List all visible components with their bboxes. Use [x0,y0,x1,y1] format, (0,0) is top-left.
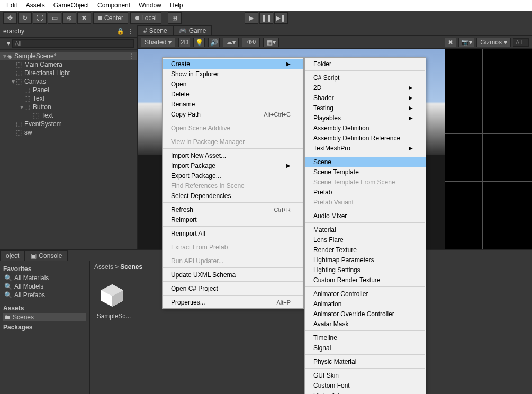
breadcrumb-root[interactable]: Assets [94,263,113,271]
hierarchy-search-input[interactable] [12,39,134,48]
menu-item[interactable]: Animation [305,299,426,309]
grid-toggle[interactable]: ▦▾ [263,38,279,47]
menu-item[interactable]: Open [163,79,303,89]
space-toggle[interactable]: Local [130,12,161,24]
menu-item[interactable]: Reimport [163,214,303,225]
menu-item[interactable]: Folder [305,59,426,69]
menu-item[interactable]: Lightmap Parameters [305,255,426,265]
menu-item[interactable]: Show in Explorer [163,69,303,79]
menu-item[interactable]: Render Texture [305,245,426,255]
hierarchy-item[interactable]: ⬚Main Camera [0,60,137,69]
menu-item[interactable]: Testing▶ [305,103,426,113]
menu-item[interactable]: Physic Material [305,356,426,366]
menu-item[interactable]: 2D▶ [305,83,426,93]
fav-all-models[interactable]: 🔍All Models [3,282,86,291]
lock-icon[interactable]: 🔒 [116,28,124,35]
menu-item[interactable]: Timeline [305,333,426,343]
menu-item[interactable]: Shader▶ [305,93,426,103]
menu-item[interactable]: Custom Font [305,380,426,390]
breadcrumb-leaf[interactable]: Scenes [120,263,142,271]
step-button[interactable]: ▶❚ [274,12,288,24]
menu-item[interactable]: Create▶ [163,59,303,69]
add-icon[interactable]: +▾ [3,40,10,47]
scene-row[interactable]: ▾ ◈ SampleScene* ⋮ [0,52,137,60]
audio-toggle[interactable]: 🔊 [208,38,220,47]
hierarchy-item[interactable]: ⬚Text [0,94,137,103]
menu-item[interactable]: Lens Flare [305,235,426,245]
menu-item[interactable]: Select Dependencies [163,191,303,201]
menu-item[interactable]: RefreshCtrl+R [163,204,303,214]
menu-item[interactable]: Animator Override Controller [305,309,426,319]
tools-icon[interactable]: ✖ [445,38,456,47]
menu-item[interactable]: Assembly Definition Reference [305,133,426,143]
hierarchy-item[interactable]: ⬚EventSystem [0,120,137,128]
transform-tool[interactable]: ✖ [77,12,91,24]
scale-tool[interactable]: ▭ [48,12,61,24]
console-tab[interactable]: ▣Console [25,250,68,261]
menu-item[interactable]: UI Toolkit▶ [305,390,426,394]
menu-item[interactable]: Audio Mixer [305,211,426,221]
menu-item[interactable]: Delete [163,89,303,99]
hierarchy-item[interactable]: ⬚Panel [0,86,137,94]
menu-icon[interactable]: ⋮ [128,28,134,35]
scene-search-input[interactable] [513,38,529,47]
menu-item[interactable]: C# Script [305,73,426,83]
packages-label[interactable]: Packages [3,324,86,331]
menu-item[interactable]: TextMeshPro▶ [305,143,426,153]
shading-dropdown[interactable]: Shaded▾ [141,38,175,47]
rotate-tool[interactable]: ⛶ [33,12,47,24]
menu-item[interactable]: Scene [305,157,426,167]
scene-menu-icon[interactable]: ⋮ [129,52,135,60]
fav-all-materials[interactable]: 🔍All Materials [3,274,86,282]
menu-item[interactable]: Update UXML Schema [163,270,303,280]
hierarchy-item[interactable]: ⬚Directional Light [0,69,137,77]
rect-tool[interactable]: ⊕ [62,12,76,24]
menu-window[interactable]: Window [134,1,166,10]
light-toggle[interactable]: 💡 [193,38,205,47]
menu-item[interactable]: Assembly Definition [305,123,426,133]
menu-gameobject[interactable]: GameObject [49,1,93,10]
menu-item[interactable]: Export Package... [163,171,303,181]
menu-item[interactable]: Playables▶ [305,113,426,123]
menu-item[interactable]: GUI Skin [305,370,426,380]
pause-button[interactable]: ❚❚ [259,12,273,24]
scene-tab[interactable]: #Scene [138,25,173,35]
menu-item[interactable]: Rename [163,99,303,109]
hierarchy-item[interactable]: ▾⬚Button [0,103,137,111]
pivot-toggle[interactable]: Center [93,12,128,24]
hierarchy-item[interactable]: ⬚sw [0,128,137,137]
menu-item[interactable]: Material [305,225,426,235]
snap-toggle[interactable]: ⊞ [168,12,182,24]
menu-component[interactable]: Component [93,1,134,10]
hidden-toggle[interactable]: 👁0 [242,38,260,47]
menu-item[interactable]: Reimport All [163,228,303,238]
menu-item[interactable]: Lighting Settings [305,265,426,275]
hand-tool[interactable]: ✥ [3,12,17,24]
camera-icon[interactable]: 📷▾ [458,38,474,47]
gizmos-dropdown[interactable]: Gizmos▾ [476,38,511,47]
menu-assets[interactable]: Assets [22,1,49,10]
fav-all-prefabs[interactable]: 🔍All Prefabs [3,291,86,299]
menu-item[interactable]: Avatar Mask [305,319,426,329]
menu-item[interactable]: Properties...Alt+P [163,297,303,307]
menu-item[interactable]: Prefab [305,187,426,197]
menu-item[interactable]: Signal [305,343,426,353]
project-tab[interactable]: oject [0,250,25,261]
menu-edit[interactable]: Edit [2,1,22,10]
2d-toggle[interactable]: 2D [178,38,190,47]
menu-item[interactable]: Import New Asset... [163,150,303,160]
menu-item[interactable]: Copy PathAlt+Ctrl+C [163,109,303,119]
menu-item[interactable]: Custom Render Texture [305,275,426,285]
hierarchy-item[interactable]: ▾⬚Canvas [0,77,137,86]
menu-item[interactable]: Scene Template [305,167,426,177]
menu-help[interactable]: Help [166,1,187,10]
folder-scenes[interactable]: 🖿Scenes [3,313,86,321]
menu-item[interactable]: Open C# Project [163,283,303,293]
fx-toggle[interactable]: ☁▾ [223,38,239,47]
play-button[interactable]: ▶ [245,12,258,24]
hierarchy-item[interactable]: ⬚Text [0,111,137,120]
asset-samplescene[interactable]: SampleSc... [95,279,132,320]
menu-item[interactable]: Import Package▶ [163,160,303,171]
move-tool[interactable]: ↻ [18,12,32,24]
menu-item[interactable]: Animator Controller [305,289,426,299]
